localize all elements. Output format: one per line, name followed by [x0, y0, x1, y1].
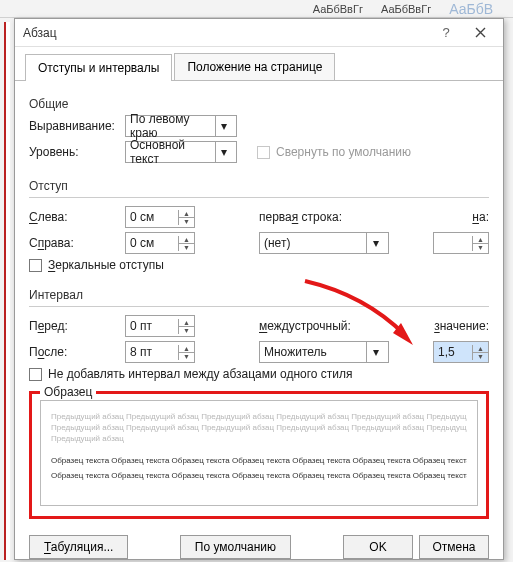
- style-preview-3[interactable]: АаБбВ: [445, 0, 497, 18]
- group-title-indent: Отступ: [29, 179, 489, 193]
- space-before-label: Перед:: [29, 319, 125, 333]
- indent-right-value: 0 см: [126, 236, 178, 250]
- preview-canvas: Предыдущий абзац Предыдущий абзац Предыд…: [40, 400, 478, 506]
- preview-sample-paragraph: Образец текста Образец текста Образец те…: [51, 453, 467, 483]
- first-line-select[interactable]: (нет) ▾: [259, 232, 389, 254]
- outline-level-value: Основной текст: [130, 138, 215, 166]
- set-default-button[interactable]: По умолчанию: [180, 535, 291, 559]
- preview-fieldset: Образец Предыдущий абзац Предыдущий абза…: [29, 391, 489, 519]
- no-space-same-style-label: Не добавлять интервал между абзацами одн…: [48, 367, 353, 381]
- outline-level-select[interactable]: Основной текст ▾: [125, 141, 237, 163]
- spin-up-icon[interactable]: ▲: [178, 319, 194, 327]
- tab-indents-spacing[interactable]: Отступы и интервалы: [25, 54, 172, 81]
- indent-left-spinner[interactable]: 0 см ▲▼: [125, 206, 195, 228]
- help-button[interactable]: ?: [429, 22, 463, 44]
- paragraph-dialog: Абзац ? Отступы и интервалы Положение на…: [14, 18, 504, 560]
- chevron-down-icon: ▾: [215, 116, 232, 136]
- ribbon-style-gallery: АаБбВвГг АаБбВвГг АаБбВ: [309, 0, 497, 18]
- tabs-button[interactable]: Табуляция...: [29, 535, 128, 559]
- group-title-general: Общие: [29, 97, 489, 111]
- spin-up-icon[interactable]: ▲: [472, 345, 488, 353]
- alignment-value: По левому краю: [130, 112, 215, 140]
- spin-up-icon[interactable]: ▲: [178, 345, 194, 353]
- preview-previous-paragraph: Предыдущий абзац Предыдущий абзац Предыд…: [51, 411, 467, 445]
- indent-left-label: Слева:: [29, 210, 125, 224]
- outline-level-label: Уровень:: [29, 145, 125, 159]
- chevron-down-icon: ▾: [366, 233, 384, 253]
- line-spacing-at-value: 1,5: [434, 345, 472, 359]
- dialog-title: Абзац: [21, 26, 429, 40]
- space-after-spinner[interactable]: 8 пт ▲▼: [125, 341, 195, 363]
- line-spacing-at-label: значение:: [434, 319, 489, 333]
- line-spacing-select[interactable]: Множитель ▾: [259, 341, 389, 363]
- collapse-by-default-checkbox: Свернуть по умолчанию: [257, 145, 411, 159]
- indent-left-value: 0 см: [126, 210, 178, 224]
- spin-down-icon[interactable]: ▼: [178, 353, 194, 360]
- spin-down-icon[interactable]: ▼: [178, 218, 194, 225]
- first-line-by-spinner[interactable]: ▲▼: [433, 232, 489, 254]
- mirror-indents-label: Зеркальные отступы: [48, 258, 164, 272]
- space-before-value: 0 пт: [126, 319, 178, 333]
- ok-button[interactable]: OK: [343, 535, 413, 559]
- alignment-label: Выравнивание:: [29, 119, 125, 133]
- chevron-down-icon: ▾: [215, 142, 232, 162]
- chevron-down-icon: ▾: [366, 342, 384, 362]
- close-icon: [475, 27, 486, 38]
- line-spacing-value: Множитель: [264, 345, 327, 359]
- style-preview-1[interactable]: АаБбВвГг: [309, 2, 367, 16]
- spin-down-icon[interactable]: ▼: [472, 353, 488, 360]
- document-edge: [4, 22, 10, 560]
- group-title-spacing: Интервал: [29, 288, 489, 302]
- spin-down-icon[interactable]: ▼: [472, 244, 488, 251]
- mirror-indents-checkbox[interactable]: Зеркальные отступы: [29, 258, 164, 272]
- cancel-button[interactable]: Отмена: [419, 535, 489, 559]
- space-after-label: После:: [29, 345, 125, 359]
- spin-up-icon[interactable]: ▲: [472, 236, 488, 244]
- spin-up-icon[interactable]: ▲: [178, 236, 194, 244]
- indent-right-spinner[interactable]: 0 см ▲▼: [125, 232, 195, 254]
- line-spacing-label: междустрочный:: [259, 319, 369, 333]
- collapse-by-default-label: Свернуть по умолчанию: [276, 145, 411, 159]
- spin-down-icon[interactable]: ▼: [178, 327, 194, 334]
- first-line-value: (нет): [264, 236, 290, 250]
- close-button[interactable]: [463, 22, 497, 44]
- spin-up-icon[interactable]: ▲: [178, 210, 194, 218]
- space-before-spinner[interactable]: 0 пт ▲▼: [125, 315, 195, 337]
- alignment-select[interactable]: По левому краю ▾: [125, 115, 237, 137]
- dialog-tabs: Отступы и интервалы Положение на страниц…: [15, 47, 503, 81]
- spin-down-icon[interactable]: ▼: [178, 244, 194, 251]
- no-space-same-style-checkbox[interactable]: Не добавлять интервал между абзацами одн…: [29, 367, 353, 381]
- indent-right-label: Справа:: [29, 236, 125, 250]
- space-after-value: 8 пт: [126, 345, 178, 359]
- preview-title: Образец: [40, 385, 96, 399]
- line-spacing-at-spinner[interactable]: 1,5 ▲▼: [433, 341, 489, 363]
- style-preview-2[interactable]: АаБбВвГг: [377, 2, 435, 16]
- tab-line-page-breaks[interactable]: Положение на странице: [174, 53, 335, 80]
- first-line-label: первая строка:: [259, 210, 369, 224]
- first-line-by-label: на:: [472, 210, 489, 224]
